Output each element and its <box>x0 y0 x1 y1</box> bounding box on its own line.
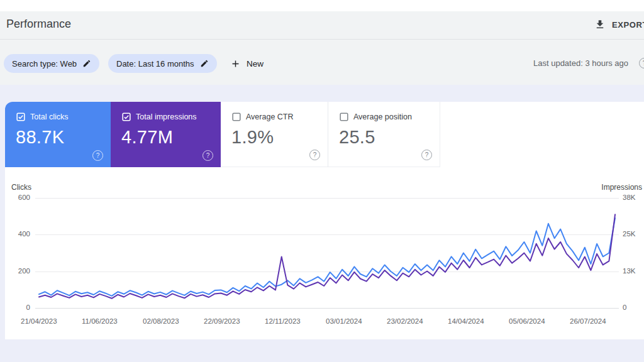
help-icon[interactable] <box>421 150 432 160</box>
edit-pencil-icon <box>200 59 209 68</box>
edit-pencil-icon <box>82 59 91 68</box>
x-axis-date-label: 12/11/2023 <box>265 317 301 325</box>
right-axis-tick: 0 <box>623 304 626 311</box>
total-impressions-card[interactable]: Total impressions 4.77M <box>111 102 221 167</box>
checkbox-unchecked-icon[interactable] <box>232 112 241 121</box>
export-button[interactable]: EXPORT <box>594 19 644 30</box>
average-ctr-value: 1.9% <box>231 127 274 148</box>
total-impressions-label: Total impressions <box>136 112 197 121</box>
impressions-line <box>39 214 615 299</box>
help-icon[interactable] <box>203 150 213 161</box>
new-filter-label: New <box>247 59 264 69</box>
search-type-chip[interactable]: Search type: Web <box>4 54 99 73</box>
x-axis-date-label: 14/04/2024 <box>448 317 484 325</box>
average-ctr-label: Average CTR <box>246 112 294 121</box>
left-axis-tick: 400 <box>5 230 30 238</box>
x-axis-date-label: 26/07/2024 <box>570 317 606 325</box>
last-updated-text: Last updated: 3 hours ago <box>533 58 628 68</box>
x-axis-date-label: 05/06/2024 <box>509 317 545 325</box>
page-title: Performance <box>6 18 71 31</box>
x-axis-date-label: 22/09/2023 <box>204 317 240 325</box>
total-clicks-label: Total clicks <box>30 112 68 121</box>
date-range-chip-label: Date: Last 16 months <box>116 59 194 69</box>
average-ctr-card[interactable]: Average CTR 1.9% <box>221 102 328 167</box>
right-axis-title: Impressions <box>601 183 642 192</box>
left-axis-tick: 600 <box>5 194 30 201</box>
left-axis-tick: 0 <box>5 304 30 311</box>
clicks-line <box>39 218 615 296</box>
x-axis-date-label: 21/04/2023 <box>21 317 57 325</box>
average-position-label: Average position <box>353 112 412 121</box>
date-range-chip[interactable]: Date: Last 16 months <box>108 54 217 73</box>
help-icon[interactable] <box>92 150 103 161</box>
right-axis-tick: 13K <box>623 267 635 275</box>
download-icon <box>594 19 606 30</box>
right-axis-tick: 25K <box>623 230 635 238</box>
chart-lines-svg[interactable] <box>35 197 619 309</box>
x-axis-date-label: 23/02/2024 <box>387 317 423 325</box>
left-axis-tick: 200 <box>5 267 30 275</box>
total-clicks-value: 88.7K <box>16 127 64 148</box>
x-axis-date-label: 11/06/2023 <box>82 317 118 325</box>
total-clicks-card[interactable]: Total clicks 88.7K <box>5 102 111 167</box>
checkbox-checked-icon[interactable] <box>122 112 131 121</box>
right-axis-tick: 38K <box>623 194 635 201</box>
average-position-card[interactable]: Average position 25.5 <box>328 102 440 167</box>
search-type-chip-label: Search type: Web <box>12 59 77 69</box>
checkbox-checked-icon[interactable] <box>16 112 25 121</box>
x-axis-date-label: 03/01/2024 <box>326 317 362 325</box>
new-filter-button[interactable]: New <box>230 54 264 73</box>
plus-icon <box>230 58 241 69</box>
top-strip <box>0 0 644 11</box>
total-impressions-value: 4.77M <box>121 127 173 148</box>
header-bar <box>0 11 644 40</box>
x-axis-date-label: 02/08/2023 <box>143 317 179 325</box>
checkbox-unchecked-icon[interactable] <box>340 112 348 121</box>
export-label: EXPORT <box>612 20 644 30</box>
average-position-value: 25.5 <box>339 127 375 148</box>
help-icon[interactable] <box>309 150 320 160</box>
left-axis-title: Clicks <box>11 183 31 192</box>
